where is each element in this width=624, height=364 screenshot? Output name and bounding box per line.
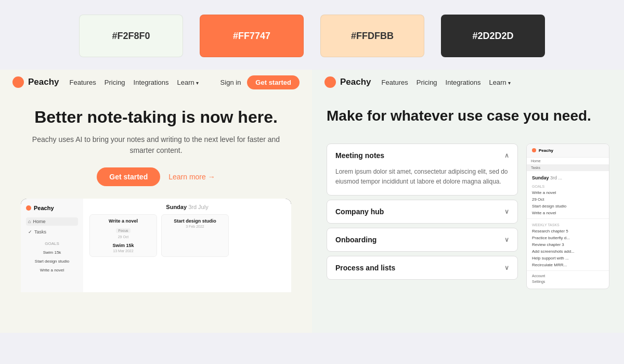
left-nav-learn[interactable]: Learn ▾ (177, 79, 199, 86)
mini-divider-1 (527, 218, 609, 219)
goals-label: GOALS (26, 241, 78, 246)
left-nav-pricing[interactable]: Pricing (105, 79, 125, 86)
accordion-header-company-hub[interactable]: Company hub∨ (327, 200, 517, 223)
hero-buttons: Get started Learn more → (97, 167, 215, 186)
mini-task-novel2: Write a novel (527, 210, 609, 216)
mini-date-prefix: Sunday (532, 175, 549, 180)
mini-weekly-task-0: Research chapter 5 (527, 228, 609, 235)
card1-date: 29 Oct (95, 235, 152, 239)
left-nav-links: Features Pricing Integrations Learn ▾ (70, 79, 199, 86)
mini-weekly-task-3: Add screenshots add... (527, 248, 609, 255)
goal-1: Swim 15k (26, 249, 78, 256)
left-logo-text: Peachy (28, 77, 59, 87)
right-nav-features[interactable]: Features (382, 79, 408, 86)
mini-account: Account (527, 273, 609, 279)
mini-logo-text: Peachy (539, 148, 553, 153)
accordion-item-meeting-notes[interactable]: Meeting notes∧Lorem ipsum dolor sit amet… (327, 144, 518, 196)
nav-get-started-button[interactable]: Get started (247, 75, 300, 89)
mini-date-text: 3rd ... (550, 175, 562, 180)
swatch-swatch-light: #F2F8F0 (79, 15, 183, 57)
card2-date: 3 Feb 2022 (166, 225, 224, 228)
tasks-icon: ✓ (28, 229, 32, 235)
swatch-swatch-peach: #FFDFBB (320, 15, 424, 57)
accordion-section: Meeting notes∧Lorem ipsum dolor sit amet… (327, 144, 518, 333)
accordion-header-onboarding[interactable]: Onboarding∨ (327, 228, 517, 251)
right-logo-icon (324, 76, 336, 88)
mini-app-preview: Peachy Home Tasks Sunday 3rd ... GOALS W… (526, 144, 609, 289)
right-navbar: Peachy Features Pricing Integrations Lea… (312, 70, 624, 95)
accordion-title-onboarding: Onboarding (335, 236, 376, 244)
swatch-swatch-dark: #2D2D2D (441, 15, 545, 57)
right-nav-learn[interactable]: Learn ▾ (489, 79, 511, 86)
left-navbar: Peachy Features Pricing Integrations Lea… (0, 70, 312, 95)
mini-weekly-task-5: Recirculate MRR... (527, 262, 609, 268)
app-main-content: Sunday 3rd July Write a novel Focus 29 O… (83, 199, 291, 292)
mini-nav-tasks: Tasks (527, 164, 609, 171)
mini-nav-home: Home (527, 158, 609, 164)
app-date-text: 3rd July (188, 204, 209, 210)
accordion-header-process-and-lists[interactable]: Process and lists∨ (327, 256, 517, 279)
right-nav-pricing[interactable]: Pricing (417, 79, 437, 86)
left-hero: Better note-taking is now here. Peachy u… (0, 95, 312, 333)
goal-3: Write a novel (26, 267, 78, 274)
right-nav-integrations[interactable]: Integrations (446, 79, 481, 86)
app-logo-dot (26, 205, 31, 211)
sign-in-link[interactable]: Sign in (220, 79, 241, 86)
chevron-onboarding-icon: ∨ (504, 236, 509, 243)
app-sidebar-home: ⌂ Home (26, 217, 78, 226)
left-logo: Peachy (12, 76, 59, 88)
accordion-header-meeting-notes[interactable]: Meeting notes∧ (327, 144, 517, 167)
mini-tasks-list: Research chapter 5Practice butterfly d..… (527, 228, 609, 268)
left-nav-integrations[interactable]: Integrations (134, 79, 169, 86)
home-icon: ⌂ (28, 219, 31, 224)
card2-title: Start design studio (166, 218, 224, 224)
mini-task-date1: 29 Oct (527, 196, 609, 203)
mini-header: Peachy (527, 144, 609, 158)
app-sidebar-logo-text: Peachy (34, 205, 54, 211)
mini-weekly-task-2: Review chapter 3 (527, 241, 609, 248)
mini-date-section: Sunday 3rd ... (527, 171, 609, 183)
accordion-item-company-hub[interactable]: Company hub∨ (327, 200, 518, 224)
mini-settings: Settings (527, 279, 609, 284)
right-learn-chevron-icon: ▾ (508, 80, 511, 86)
chevron-company-hub-icon: ∨ (504, 208, 509, 215)
left-nav-right: Sign in Get started (220, 75, 300, 89)
right-logo-text: Peachy (340, 77, 371, 87)
card1-title: Write a novel (95, 218, 152, 224)
accordion-title-meeting-notes: Meeting notes (335, 151, 384, 160)
accordion-title-process-and-lists: Process and lists (335, 264, 395, 272)
mini-goals-label: GOALS (527, 183, 609, 189)
left-nav-features[interactable]: Features (70, 79, 96, 86)
app-sidebar-logo: Peachy (26, 205, 78, 211)
app-date-bold: Sunday (166, 204, 187, 210)
hero-get-started-button[interactable]: Get started (97, 167, 160, 186)
app-cards: Write a novel Focus 29 Oct Swim 15k 13 M… (89, 214, 285, 257)
app-card-novel: Write a novel Focus 29 Oct Swim 15k 13 M… (89, 214, 157, 257)
panels-container: Peachy Features Pricing Integrations Lea… (0, 70, 624, 333)
accordion-item-onboarding[interactable]: Onboarding∨ (327, 228, 518, 252)
right-panel: Peachy Features Pricing Integrations Lea… (312, 70, 624, 333)
mini-task-novel: Write a novel (527, 189, 609, 196)
mini-task-studio: Start design studio (527, 203, 609, 210)
chevron-process-and-lists-icon: ∨ (504, 264, 509, 271)
right-logo: Peachy (324, 76, 371, 88)
right-content-area: Meeting notes∧Lorem ipsum dolor sit amet… (312, 144, 624, 333)
hero-learn-more-link[interactable]: Learn more → (168, 173, 215, 181)
mini-weekly-label: Weekly tasks (527, 221, 609, 228)
swatch-swatch-orange: #FF7747 (200, 15, 304, 57)
mini-logo-dot (532, 148, 536, 152)
app-preview-mockup: Peachy ⌂ Home ✓ Tasks GOALS Swim 15k Sta… (21, 199, 291, 292)
right-nav-links: Features Pricing Integrations Learn ▾ (382, 79, 511, 86)
right-hero-title: Make for whatever use case you need. (327, 107, 609, 125)
goal-2: Start design studio (26, 258, 78, 265)
app-date: Sunday 3rd July (89, 204, 285, 210)
app-sidebar-tasks: ✓ Tasks (26, 228, 78, 236)
hero-title: Better note-taking is now here. (34, 107, 278, 127)
right-hero: Make for whatever use case you need. (312, 95, 624, 144)
card3-title: Swim 15k (95, 243, 152, 248)
app-sidebar: Peachy ⌂ Home ✓ Tasks GOALS Swim 15k Sta… (21, 199, 83, 292)
palette-section: #F2F8F0#FF7747#FFDFBB#2D2D2D (0, 0, 624, 70)
chevron-meeting-notes-icon: ∧ (504, 152, 509, 159)
left-logo-icon (12, 76, 24, 88)
accordion-item-process-and-lists[interactable]: Process and lists∨ (327, 256, 518, 280)
